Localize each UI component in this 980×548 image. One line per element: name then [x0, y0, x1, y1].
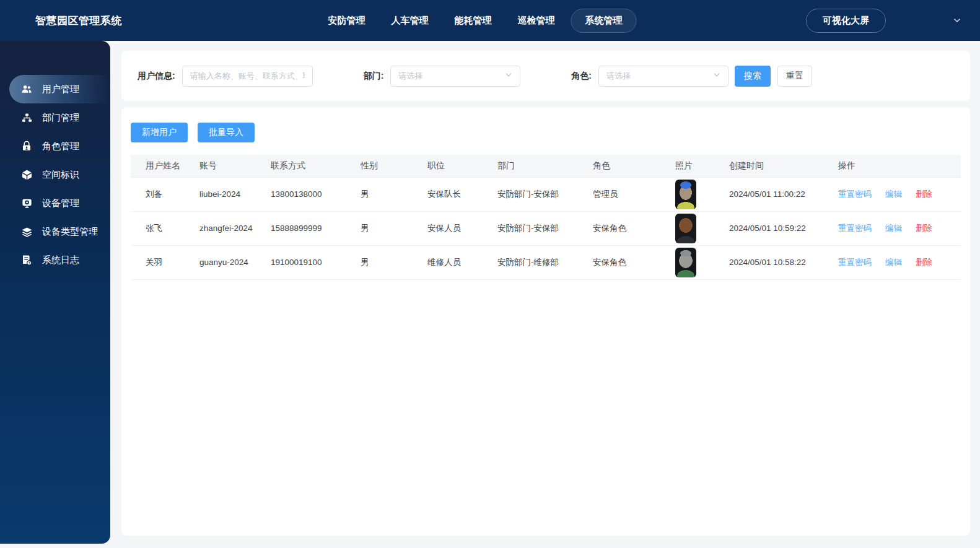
col-name: 用户姓名	[131, 155, 192, 177]
user-info-label: 用户信息:	[138, 71, 175, 82]
sidebar-item-device-management[interactable]: 设备管理	[9, 189, 110, 217]
reset-button[interactable]: 重置	[777, 66, 812, 87]
reset-password-link[interactable]: 重置密码	[838, 257, 872, 268]
cell-name: 刘备	[131, 177, 192, 211]
table-header-row: 用户姓名 账号 联系方式 性别 职位 部门 角色 照片 创建时间 操作	[131, 155, 961, 177]
cell-role: 安保角色	[585, 211, 668, 245]
delete-link[interactable]: 删除	[916, 189, 932, 200]
top-header: 智慧园区管理系统 安防管理 人车管理 能耗管理 巡检管理 系统管理 可视化大屏	[0, 0, 980, 41]
col-role: 角色	[585, 155, 668, 177]
sidebar-item-label: 系统日志	[42, 254, 79, 266]
sidebar-item-department-management[interactable]: 部门管理	[9, 103, 110, 132]
col-photo: 照片	[668, 155, 722, 177]
cell-actions: 重置密码 编辑 删除	[831, 211, 961, 245]
col-gender: 性别	[353, 155, 420, 177]
cell-department: 安防部门-维修部	[490, 245, 585, 279]
chevron-down-icon[interactable]	[953, 16, 961, 25]
delete-link[interactable]: 删除	[916, 257, 932, 268]
layers-icon	[20, 225, 33, 238]
cell-gender: 男	[353, 177, 420, 211]
edit-link[interactable]: 编辑	[885, 189, 902, 200]
cell-gender: 男	[353, 245, 420, 279]
sidebar-item-label: 设备类型管理	[42, 226, 98, 238]
sidebar-item-space-identification[interactable]: 空间标识	[9, 160, 110, 189]
reset-password-link[interactable]: 重置密码	[838, 223, 872, 234]
cell-actions: 重置密码 编辑 删除	[831, 245, 961, 279]
nav-energy[interactable]: 能耗管理	[444, 9, 501, 33]
nav-security[interactable]: 安防管理	[318, 9, 375, 33]
role-select[interactable]: 请选择	[598, 66, 728, 87]
cell-gender: 男	[353, 211, 420, 245]
log-icon	[20, 254, 33, 266]
col-position: 职位	[420, 155, 490, 177]
chevron-down-icon	[713, 71, 720, 80]
cell-position: 安保队长	[420, 177, 490, 211]
cell-position: 维修人员	[420, 245, 490, 279]
edit-link[interactable]: 编辑	[885, 223, 902, 234]
department-select[interactable]: 请选择	[390, 66, 520, 87]
cell-created: 2024/05/01 10:58:22	[722, 245, 831, 279]
sidebar-item-label: 设备管理	[42, 198, 79, 209]
table-row: 关羽 guanyu-2024 19100019100 男 维修人员 安防部门-维…	[131, 245, 961, 279]
cell-account: liubei-2024	[192, 177, 263, 211]
cell-actions: 重置密码 编辑 删除	[831, 177, 961, 211]
cell-account: guanyu-2024	[192, 245, 263, 279]
cell-phone: 19100019100	[263, 245, 353, 279]
user-table-panel: 新增用户 批量导入 用户姓名 账号 联系方式 性别 职位 部门 角色 照片 创建…	[121, 107, 970, 536]
cell-account: zhangfei-2024	[192, 211, 263, 245]
col-account: 账号	[192, 155, 263, 177]
add-user-button[interactable]: 新增用户	[131, 123, 188, 142]
nav-people-vehicle[interactable]: 人车管理	[381, 9, 438, 33]
nav-system[interactable]: 系统管理	[571, 9, 636, 33]
app-title: 智慧园区管理系统	[35, 14, 122, 28]
sidebar-item-device-type-management[interactable]: 设备类型管理	[9, 217, 110, 246]
cell-department: 安防部门-安保部	[490, 211, 585, 245]
role-lock-icon	[20, 140, 33, 152]
cell-position: 安保人员	[420, 211, 490, 245]
cube-icon	[20, 168, 33, 181]
big-screen-button[interactable]: 可视化大屏	[806, 9, 886, 33]
department-label: 部门:	[364, 71, 384, 82]
table-row: 刘备 liubei-2024 13800138000 男 安保队长 安防部门-安…	[131, 177, 961, 211]
sidebar-item-system-log[interactable]: 系统日志	[9, 246, 110, 274]
camera-icon	[20, 197, 33, 209]
chevron-down-icon	[505, 71, 512, 80]
role-label: 角色:	[571, 71, 592, 82]
table-toolbar: 新增用户 批量导入	[131, 123, 961, 142]
batch-import-button[interactable]: 批量导入	[198, 123, 255, 142]
table-row: 张飞 zhangfei-2024 15888899999 男 安保人员 安防部门…	[131, 211, 961, 245]
col-created: 创建时间	[722, 155, 831, 177]
user-info-input[interactable]	[182, 66, 313, 87]
user-photo	[675, 180, 696, 209]
filter-panel: 用户信息: 部门: 请选择 角色: 请选择 搜索 重置	[121, 51, 970, 101]
cell-photo	[668, 245, 722, 279]
sidebar: 用户管理 部门管理 角色管理 空间标识 设备管理 设备类型管理	[0, 41, 110, 544]
cell-photo	[668, 177, 722, 211]
sidebar-item-role-management[interactable]: 角色管理	[9, 132, 110, 160]
col-department: 部门	[490, 155, 585, 177]
delete-link[interactable]: 删除	[916, 223, 932, 234]
cell-created: 2024/05/01 11:00:22	[722, 177, 831, 211]
cell-created: 2024/05/01 10:59:22	[722, 211, 831, 245]
users-icon	[20, 83, 33, 95]
main-nav: 安防管理 人车管理 能耗管理 巡检管理 系统管理	[318, 9, 636, 33]
edit-link[interactable]: 编辑	[885, 257, 902, 268]
cell-name: 张飞	[131, 211, 192, 245]
cell-role: 安保角色	[585, 245, 668, 279]
sidebar-item-label: 空间标识	[42, 169, 79, 181]
col-phone: 联系方式	[263, 155, 353, 177]
reset-password-link[interactable]: 重置密码	[838, 189, 872, 200]
cell-department: 安防部门-安保部	[490, 177, 585, 211]
nav-inspection[interactable]: 巡检管理	[507, 9, 564, 33]
sidebar-item-label: 用户管理	[42, 84, 79, 95]
sidebar-item-label: 部门管理	[42, 112, 79, 124]
cell-role: 管理员	[585, 177, 668, 211]
col-actions: 操作	[831, 155, 961, 177]
cell-phone: 15888899999	[263, 211, 353, 245]
sidebar-item-label: 角色管理	[42, 141, 79, 152]
sidebar-item-user-management[interactable]: 用户管理	[9, 75, 110, 103]
user-photo	[675, 248, 696, 277]
cell-name: 关羽	[131, 245, 192, 279]
role-select-value: 请选择	[606, 71, 631, 82]
search-button[interactable]: 搜索	[735, 66, 771, 87]
